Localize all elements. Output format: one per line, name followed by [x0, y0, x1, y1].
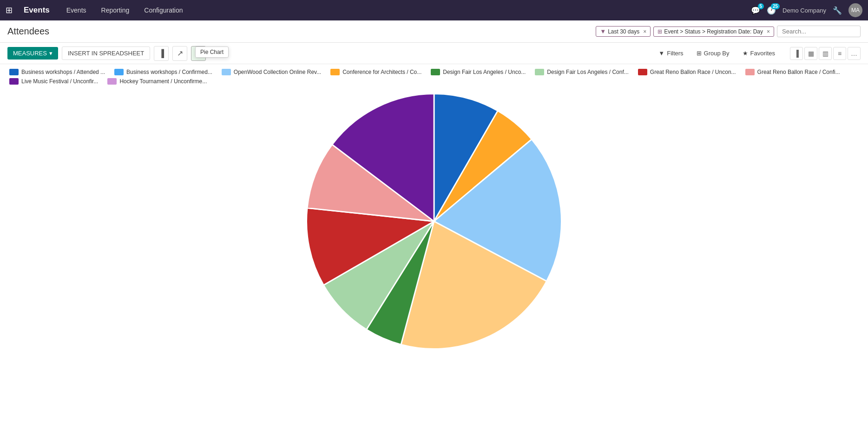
notif-icon-btn[interactable]: 🕐 25 [767, 6, 776, 15]
apps-icon[interactable]: ⊞ [6, 5, 13, 15]
legend-item-label: Live Music Festival / Unconfir... [21, 78, 98, 85]
measures-dropdown-icon: ▾ [49, 50, 53, 57]
legend-item: Design Fair Los Angeles / Conf... [535, 69, 628, 75]
legend-item-label: Conference for Architects / Co... [342, 69, 421, 75]
filters-button[interactable]: ▼ Filters [655, 47, 687, 59]
groupby-button[interactable]: ⊞ Group By [693, 47, 733, 59]
view-card-icon[interactable]: ▥ [819, 47, 832, 60]
filter-tag-days-close[interactable]: × [643, 28, 646, 35]
legend-item-label: Great Reno Ballon Race / Confi... [757, 69, 840, 75]
filter-tag-days[interactable]: ▼ Last 30 days × [596, 26, 651, 37]
legend-color-swatch [114, 69, 124, 75]
page-title: Attendees [7, 26, 591, 37]
measures-button[interactable]: MEASURES ▾ [7, 47, 58, 60]
legend-color-swatch [222, 69, 231, 75]
nav-events[interactable]: Events [64, 5, 89, 16]
legend-item: Great Reno Ballon Race / Uncon... [638, 69, 736, 75]
topnav-right: 💬 5 🕐 25 Demo Company 🔧 MA [751, 3, 862, 17]
line-chart-icon: ↗ [177, 49, 183, 58]
view-list-icon[interactable]: ≡ [833, 47, 846, 60]
pie-chart-svg [304, 91, 564, 351]
legend-item: Design Fair Los Angeles / Unco... [431, 69, 526, 75]
favorites-button[interactable]: ★ Favorites [739, 47, 779, 59]
legend-item: Great Reno Ballon Race / Confi... [745, 69, 840, 75]
legend-item-label: Business workshops / Confirmed... [126, 69, 212, 75]
legend-item-label: Business workshops / Attended ... [21, 69, 105, 75]
legend-item: Business workshops / Attended ... [9, 69, 105, 75]
nav-reporting[interactable]: Reporting [99, 5, 132, 16]
user-avatar[interactable]: MA [848, 3, 862, 17]
filter-tag-event[interactable]: ⊞ Event > Status > Registration Date: Da… [653, 27, 774, 37]
legend-item-label: Design Fair Los Angeles / Unco... [443, 69, 526, 75]
view-icons: ▐ ▦ ▥ ≡ … [790, 47, 861, 60]
legend-color-swatch [638, 69, 647, 75]
chart-area [0, 86, 868, 361]
pie-chart-icon: ◑ [195, 49, 202, 58]
measures-label: MEASURES [13, 50, 47, 57]
line-chart-button[interactable]: ↗ [172, 46, 187, 61]
legend-color-swatch [330, 69, 340, 75]
brand-name: Events [24, 6, 50, 15]
tools-icon[interactable]: 🔧 [833, 6, 842, 15]
company-name: Demo Company [783, 7, 826, 14]
chart-legend: Business workshops / Attended ... Busine… [0, 64, 868, 86]
filter-tag-days-label: Last 30 days [608, 28, 639, 35]
legend-item: Hockey Tournament / Unconfirme... [107, 78, 207, 85]
pie-chart-button[interactable]: ◑ [191, 46, 206, 61]
legend-item: Live Music Festival / Unconfir... [9, 78, 98, 85]
legend-color-swatch [431, 69, 440, 75]
legend-color-swatch [9, 78, 19, 85]
favorites-star-icon: ★ [743, 50, 748, 57]
legend-item: Business workshops / Confirmed... [114, 69, 212, 75]
nav-configuration[interactable]: Configuration [141, 5, 185, 16]
filter-funnel-icon: ▼ [600, 28, 606, 35]
legend-item-label: Design Fair Los Angeles / Conf... [547, 69, 628, 75]
subheader: Attendees ▼ Last 30 days × ⊞ Event > Sta… [0, 20, 868, 43]
view-grid-icon[interactable]: ▦ [804, 47, 817, 60]
search-input[interactable] [777, 26, 861, 37]
legend-item: OpenWood Collection Online Rev... [222, 69, 321, 75]
chat-icon-btn[interactable]: 💬 5 [751, 6, 760, 15]
legend-color-swatch [535, 69, 544, 75]
chat-badge: 5 [758, 3, 764, 9]
view-bar-icon[interactable]: ▐ [790, 47, 803, 60]
top-navigation: ⊞ Events Events Reporting Configuration … [0, 0, 868, 20]
filters-label: Filters [667, 50, 683, 57]
notif-badge: 25 [771, 3, 780, 9]
legend-item-label: Great Reno Ballon Race / Uncon... [650, 69, 736, 75]
legend-color-swatch [9, 69, 19, 75]
filter-layers-icon: ⊞ [658, 28, 662, 35]
legend-color-swatch [745, 69, 755, 75]
toolbar: MEASURES ▾ INSERT IN SPREADSHEET ▐ ↗ ◑ P… [0, 43, 868, 64]
filter-tag-event-label: Event > Status > Registration Date: Day [664, 28, 763, 35]
legend-item-label: OpenWood Collection Online Rev... [234, 69, 321, 75]
bar-chart-icon: ▐ [159, 49, 164, 58]
filters-funnel-icon: ▼ [658, 50, 664, 57]
legend-color-swatch [107, 78, 117, 85]
user-initials: MA [851, 7, 860, 13]
groupby-label: Group By [704, 50, 730, 57]
insert-spreadsheet-button[interactable]: INSERT IN SPREADSHEET [62, 46, 150, 60]
bar-chart-button[interactable]: ▐ [154, 46, 169, 61]
favorites-label: Favorites [750, 50, 775, 57]
toolbar-right: ▼ Filters ⊞ Group By ★ Favorites ▐ ▦ ▥ ≡… [655, 47, 861, 60]
legend-item: Conference for Architects / Co... [330, 69, 421, 75]
legend-item-label: Hockey Tournament / Unconfirme... [119, 78, 207, 85]
filter-bar: ▼ Last 30 days × ⊞ Event > Status > Regi… [596, 26, 861, 37]
view-more-icon[interactable]: … [848, 47, 861, 60]
groupby-layers-icon: ⊞ [697, 50, 702, 57]
filter-tag-event-close[interactable]: × [767, 28, 770, 35]
